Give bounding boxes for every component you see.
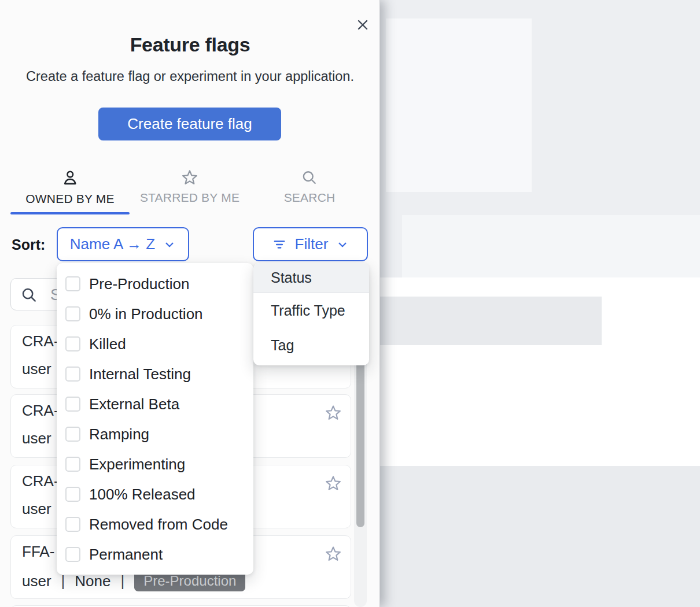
dropdown-option-experimenting[interactable]: Experimenting xyxy=(57,449,253,479)
star-icon xyxy=(181,169,198,186)
filter-menu-item-status[interactable]: Status xyxy=(253,263,369,293)
flag-meta: user xyxy=(22,500,51,518)
flag-meta: user xyxy=(22,430,51,447)
option-label: Killed xyxy=(89,335,126,353)
flag-traffic-type: user xyxy=(22,572,51,590)
dropdown-option-0-in-production[interactable]: 0% in Production xyxy=(57,299,253,329)
background-placeholder-band xyxy=(402,215,700,277)
checkbox[interactable] xyxy=(65,306,80,321)
chevron-down-icon xyxy=(163,238,176,251)
close-icon[interactable] xyxy=(355,16,373,34)
option-label: 100% Released xyxy=(89,486,196,504)
tab-label: OWNED BY ME xyxy=(25,192,115,206)
checkbox[interactable] xyxy=(65,336,80,351)
option-label: External Beta xyxy=(89,395,179,413)
option-label: Removed from Code xyxy=(89,516,228,534)
checkbox[interactable] xyxy=(65,547,80,562)
checkbox[interactable] xyxy=(65,397,80,412)
sort-value: Name A → Z xyxy=(70,235,155,253)
page-title: Feature flags xyxy=(0,34,380,56)
search-icon xyxy=(301,169,318,186)
background-placeholder-bar xyxy=(380,297,602,345)
tab-label: SEARCH xyxy=(284,191,336,205)
dropdown-option-100-released[interactable]: 100% Released xyxy=(57,479,253,509)
person-icon xyxy=(61,169,79,187)
dropdown-option-pre-production[interactable]: Pre-Production xyxy=(57,269,253,299)
screen: Feature flags Create a feature flag or e… xyxy=(0,0,700,607)
option-label: Pre-Production xyxy=(89,275,189,293)
checkbox[interactable] xyxy=(65,367,80,382)
tab-search[interactable]: SEARCH xyxy=(284,169,336,205)
filter-icon xyxy=(272,237,287,252)
filter-label: Filter xyxy=(295,235,329,253)
checkbox[interactable] xyxy=(65,517,80,532)
flag-name: CRA- xyxy=(22,472,59,490)
star-icon[interactable] xyxy=(325,475,342,492)
dropdown-option-permanent[interactable]: Permanent xyxy=(57,539,253,569)
flag-name: CRA- xyxy=(22,332,59,350)
feature-flags-panel: Feature flags Create a feature flag or e… xyxy=(0,0,380,607)
search-icon xyxy=(20,286,38,304)
sort-label: Sort: xyxy=(12,236,45,253)
dropdown-option-internal-testing[interactable]: Internal Testing xyxy=(57,359,253,389)
flag-meta: user xyxy=(22,360,51,378)
option-label: Permanent xyxy=(89,546,163,564)
status-filter-dropdown: Pre-Production 0% in Production Killed I… xyxy=(57,263,253,575)
create-feature-flag-button[interactable]: Create feature flag xyxy=(98,108,281,140)
separator: | xyxy=(61,572,65,590)
tab-owned-by-me[interactable]: OWNED BY ME xyxy=(25,169,115,206)
option-label: Ramping xyxy=(89,425,149,443)
flag-tags: None xyxy=(75,572,110,590)
background-page xyxy=(380,0,700,607)
dropdown-option-removed-from-code[interactable]: Removed from Code xyxy=(57,509,253,539)
dropdown-option-external-beta[interactable]: External Beta xyxy=(57,389,253,419)
checkbox[interactable] xyxy=(65,457,80,472)
chevron-down-icon xyxy=(336,238,349,251)
checkbox[interactable] xyxy=(65,427,80,442)
tab-label: STARRED BY ME xyxy=(140,191,240,205)
separator: | xyxy=(121,572,125,590)
checkbox[interactable] xyxy=(65,487,80,502)
background-placeholder-section xyxy=(380,466,700,607)
background-placeholder-block xyxy=(386,18,532,192)
option-label: 0% in Production xyxy=(89,305,203,323)
checkbox[interactable] xyxy=(65,276,80,291)
star-icon[interactable] xyxy=(325,545,342,562)
sort-select[interactable]: Name A → Z xyxy=(57,227,189,261)
star-icon[interactable] xyxy=(325,404,342,421)
option-label: Internal Testing xyxy=(89,365,191,383)
option-label: Experimenting xyxy=(89,456,185,473)
dropdown-option-ramping[interactable]: Ramping xyxy=(57,419,253,449)
dropdown-option-killed[interactable]: Killed xyxy=(57,329,253,359)
filter-menu-item-tag[interactable]: Tag xyxy=(253,328,369,362)
flag-name: FFA- xyxy=(22,543,54,561)
page-subtitle: Create a feature flag or experiment in y… xyxy=(0,69,380,84)
scrollbar-thumb[interactable] xyxy=(356,347,364,527)
flag-name: CRA- xyxy=(22,402,59,420)
filter-menu-item-traffic-type[interactable]: Traffic Type xyxy=(253,293,369,328)
filter-menu: Status Traffic Type Tag xyxy=(253,263,369,365)
active-tab-underline xyxy=(10,212,130,214)
tab-starred-by-me[interactable]: STARRED BY ME xyxy=(140,169,240,205)
filter-button[interactable]: Filter xyxy=(253,227,368,261)
